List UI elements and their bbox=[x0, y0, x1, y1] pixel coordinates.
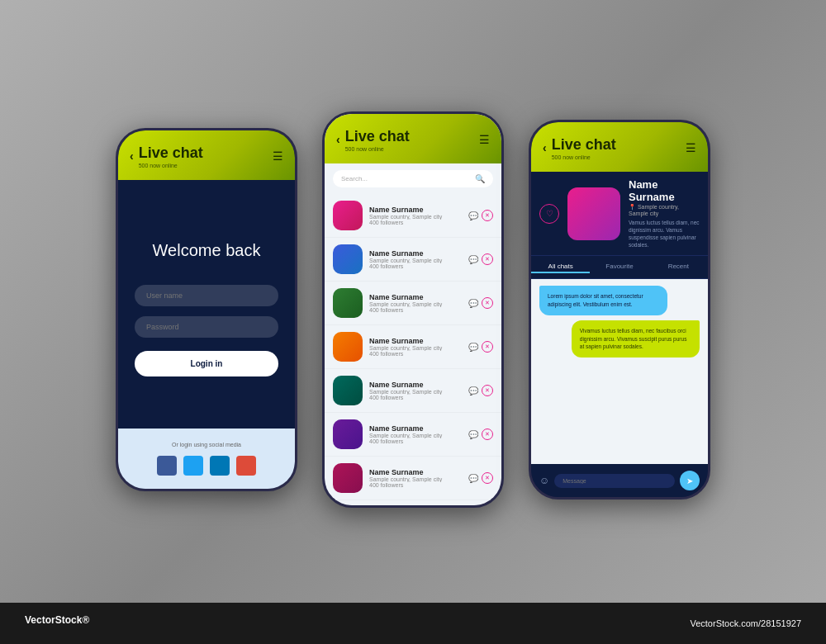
profile-name: Name Surname bbox=[629, 178, 700, 203]
message-received-1: Lorem ipsum dolor sit amet, consectetur … bbox=[539, 286, 667, 315]
avatar-4 bbox=[333, 332, 363, 362]
chat-item-5[interactable]: Name Surname Sample country, Sample city… bbox=[325, 369, 501, 413]
chat-item-3[interactable]: Name Surname Sample country, Sample city… bbox=[325, 282, 501, 325]
chatview-screen: ‹ Live chat 500 now online ☰ ♡ Name Surn… bbox=[531, 122, 708, 497]
chat-info-4: Name Surname Sample country, Sample city… bbox=[369, 337, 462, 357]
chatview-header-title: Live chat bbox=[552, 136, 616, 154]
header-left: ‹ Live chat 500 now online bbox=[130, 144, 203, 168]
header-subtitle: 500 now online bbox=[139, 163, 203, 168]
login-header: ‹ Live chat 500 now online ☰ bbox=[118, 130, 295, 180]
chat-close-icon-3[interactable]: ✕ bbox=[482, 297, 493, 309]
tab-favourite[interactable]: Favourite bbox=[590, 261, 648, 273]
password-input[interactable] bbox=[135, 316, 278, 338]
chatview-header-subtitle: 500 now online bbox=[552, 154, 616, 160]
chat-close-icon-7[interactable]: ✕ bbox=[482, 472, 493, 484]
chat-bubble-icon-6: 💬 bbox=[468, 430, 478, 439]
google-icon[interactable] bbox=[236, 456, 256, 476]
chatlist-header-subtitle: 500 now online bbox=[345, 146, 410, 152]
heart-button[interactable]: ♡ bbox=[539, 204, 559, 224]
avatar-7 bbox=[333, 463, 363, 493]
message-input[interactable] bbox=[554, 474, 675, 488]
back-arrow-icon[interactable]: ‹ bbox=[336, 133, 340, 146]
chat-actions-3: 💬 ✕ bbox=[468, 297, 493, 309]
phone-chatlist-screen: ‹ Live chat 500 now online ☰ Search... 🔍 bbox=[325, 114, 501, 505]
chat-tab-bar: All chats Favourite Recent bbox=[531, 255, 708, 279]
watermark-url: VectorStock.com/28151927 bbox=[690, 618, 801, 628]
chat-item-1[interactable]: Name Surname Sample country, Sample city… bbox=[325, 194, 501, 238]
chat-sub-6: Sample country, Sample city bbox=[369, 433, 462, 438]
chat-close-icon-5[interactable]: ✕ bbox=[482, 385, 493, 396]
profile-location: 📍 Sample country, Sample city bbox=[629, 204, 700, 216]
chat-item-7[interactable]: Name Surname Sample country, Sample city… bbox=[325, 457, 501, 500]
profile-desc: Vamus luctus tellus diam, nec dignissim … bbox=[629, 219, 700, 249]
chatlist-header-title: Live chat bbox=[345, 128, 410, 145]
chat-info-5: Name Surname Sample country, Sample city… bbox=[369, 381, 462, 400]
chat-followers-4: 400 followers bbox=[369, 351, 462, 357]
header-title: Live chat bbox=[139, 144, 203, 162]
login-button[interactable]: Login in bbox=[135, 351, 278, 376]
avatar-2 bbox=[333, 244, 363, 274]
back-arrow-icon[interactable]: ‹ bbox=[130, 149, 134, 163]
chat-actions-1: 💬 ✕ bbox=[468, 210, 493, 221]
send-button[interactable]: ➤ bbox=[680, 471, 700, 490]
facebook-icon[interactable] bbox=[157, 456, 177, 476]
chat-close-icon-6[interactable]: ✕ bbox=[482, 429, 493, 440]
chat-sub-3: Sample country, Sample city bbox=[369, 301, 462, 307]
chat-item-6[interactable]: Name Surname Sample country, Sample city… bbox=[325, 413, 501, 457]
chat-followers-1: 400 followers bbox=[369, 220, 462, 225]
watermark-bar: VectorStock® VectorStock.com/28151927 bbox=[0, 603, 826, 644]
chat-close-icon-1[interactable]: ✕ bbox=[482, 210, 493, 221]
avatar-6 bbox=[333, 419, 363, 449]
emoji-icon[interactable]: ☺ bbox=[539, 475, 549, 486]
search-label: Search... bbox=[341, 175, 475, 182]
chat-followers-6: 400 followers bbox=[369, 438, 462, 444]
chat-bubble-icon-4: 💬 bbox=[468, 343, 478, 352]
chat-bubble-icon-1: 💬 bbox=[468, 211, 478, 220]
search-bar: Search... 🔍 bbox=[333, 170, 493, 187]
tab-all-chats[interactable]: All chats bbox=[531, 261, 590, 273]
chat-info-6: Name Surname Sample country, Sample city… bbox=[369, 424, 462, 444]
chat-sub-4: Sample country, Sample city bbox=[369, 345, 462, 351]
chat-item-4[interactable]: Name Surname Sample country, Sample city… bbox=[325, 325, 501, 369]
chatview-hamburger-icon[interactable]: ☰ bbox=[686, 141, 696, 154]
chatlist-hamburger-icon[interactable]: ☰ bbox=[479, 133, 490, 146]
chat-name-4: Name Surname bbox=[369, 337, 462, 345]
chat-bubble-icon-2: 💬 bbox=[468, 255, 478, 264]
watermark-brand-text: VectorStock bbox=[25, 614, 82, 626]
tab-recent[interactable]: Recent bbox=[649, 261, 708, 273]
login-footer: Or login using social media bbox=[118, 429, 295, 489]
chat-name-3: Name Surname bbox=[369, 293, 462, 301]
avatar-3 bbox=[333, 288, 363, 318]
phone-chatview: ‹ Live chat 500 now online ☰ ♡ Name Surn… bbox=[529, 120, 710, 500]
search-icon[interactable]: 🔍 bbox=[475, 174, 485, 183]
phone-chatview-screen: ‹ Live chat 500 now online ☰ ♡ Name Surn… bbox=[531, 122, 708, 497]
chatview-header-left: ‹ Live chat 500 now online bbox=[543, 136, 616, 160]
chat-followers-3: 400 followers bbox=[369, 307, 462, 313]
chat-followers-2: 400 followers bbox=[369, 263, 462, 269]
phone-chatlist: ‹ Live chat 500 now online ☰ Search... 🔍 bbox=[322, 111, 504, 508]
chat-name-7: Name Surname bbox=[369, 468, 462, 476]
profile-banner: ♡ Name Surname 📍 Sample country, Sample … bbox=[531, 172, 708, 255]
chat-actions-2: 💬 ✕ bbox=[468, 253, 493, 265]
social-login-text: Or login using social media bbox=[172, 442, 241, 447]
chatview-back-icon[interactable]: ‹ bbox=[543, 141, 547, 154]
chat-followers-5: 400 followers bbox=[369, 395, 462, 400]
chat-bubble-icon-7: 💬 bbox=[468, 474, 478, 483]
chat-actions-6: 💬 ✕ bbox=[468, 429, 493, 440]
chatlist-header-left: ‹ Live chat 500 now online bbox=[336, 128, 410, 152]
username-input[interactable] bbox=[135, 285, 278, 306]
chat-sub-7: Sample country, Sample city bbox=[369, 476, 462, 482]
chat-messages: Lorem ipsum dolor sit amet, consectetur … bbox=[531, 279, 708, 464]
hamburger-icon[interactable]: ☰ bbox=[273, 149, 283, 163]
chat-item-2[interactable]: Name Surname Sample country, Sample city… bbox=[325, 238, 501, 282]
social-icons bbox=[157, 456, 256, 476]
chat-info-2: Name Surname Sample country, Sample city… bbox=[369, 249, 462, 269]
linkedin-icon[interactable] bbox=[210, 456, 230, 476]
chat-info-7: Name Surname Sample country, Sample city… bbox=[369, 468, 462, 488]
chat-actions-5: 💬 ✕ bbox=[468, 385, 493, 396]
twitter-icon[interactable] bbox=[183, 456, 203, 476]
chat-close-icon-2[interactable]: ✕ bbox=[482, 253, 493, 265]
chat-followers-7: 400 followers bbox=[369, 482, 462, 488]
chat-close-icon-4[interactable]: ✕ bbox=[482, 341, 493, 353]
chat-sub-2: Sample country, Sample city bbox=[369, 258, 462, 263]
